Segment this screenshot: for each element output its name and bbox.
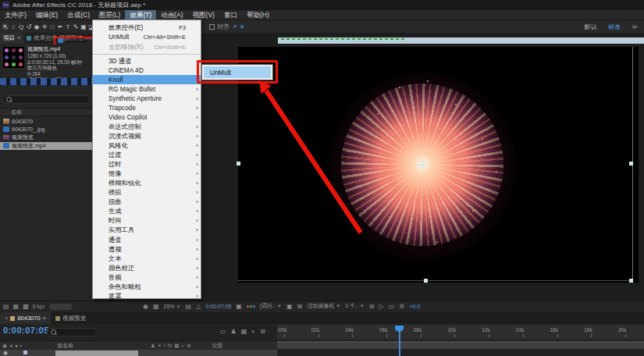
tool-icon[interactable]: ▣ — [80, 23, 87, 30]
source-name-column[interactable]: 源名称 — [37, 342, 151, 350]
workspace-more-icon[interactable]: ≫ — [632, 23, 638, 30]
work-area-bar[interactable] — [277, 341, 644, 349]
effects-menu-item[interactable]: 时间 › — [93, 216, 201, 226]
tool-icon[interactable]: Q — [18, 23, 24, 30]
effects-menu-item[interactable]: 沉浸式视频 › — [93, 131, 201, 141]
snap-checkbox[interactable] — [209, 24, 215, 30]
workspace-active[interactable]: 标准 — [608, 23, 621, 31]
transparency-grid-icon[interactable]: ⊠ — [297, 303, 303, 310]
timeline-tab2[interactable]: 视频预览 — [51, 312, 91, 324]
effects-menu-item[interactable]: Synthetic Aperture › — [93, 94, 201, 103]
footage-icon[interactable]: ▩ — [23, 303, 29, 310]
effects-menu-item[interactable]: 风格化 › — [93, 141, 201, 151]
effects-menu-item[interactable]: 文本 › — [93, 254, 201, 263]
timeline-tab-active[interactable]: × 6043070 ≡ — [0, 312, 51, 324]
tool-icon[interactable]: ✛ — [41, 23, 48, 30]
motion-blur-column-icon[interactable]: ◐ — [181, 343, 184, 349]
effects-menu-item[interactable]: Video Copilot › — [93, 112, 201, 122]
quality-column-icon[interactable]: \ — [164, 343, 165, 349]
snapshot-icon[interactable]: ▣ — [236, 303, 242, 310]
layer-row[interactable] — [0, 350, 277, 356]
tool-icon[interactable]: ✒ — [57, 23, 63, 30]
effects-menu-item[interactable]: RG Magic Bullet › — [93, 84, 201, 94]
channels-icon[interactable] — [247, 305, 255, 308]
tool-icon[interactable]: ☝ — [10, 23, 16, 30]
mask-visibility-icon[interactable]: △ — [196, 303, 201, 310]
tool-icon[interactable]: ↖ — [2, 23, 9, 30]
effects-menu-item[interactable]: Knoll › — [93, 75, 201, 84]
project-item[interactable]: 视频预览.mp4 — [0, 142, 95, 151]
menu-bar-item[interactable]: 文件(F) — [0, 10, 31, 20]
effects-menu-item[interactable]: 音频 › — [93, 272, 201, 282]
project-item[interactable]: 6043070 — [0, 117, 95, 126]
layer-label-chip[interactable] — [23, 351, 27, 354]
graph-editor-icon[interactable]: ⊞ — [260, 328, 265, 335]
project-item[interactable]: 6043070_.jpg — [0, 126, 95, 134]
tool-icon[interactable]: T — [65, 23, 71, 30]
effects-menu-item[interactable]: 效果控件(E) F3 › — [93, 23, 201, 32]
menu-bar-item[interactable]: 编辑(E) — [31, 10, 62, 20]
menu-bar-item[interactable]: 视图(V) — [188, 10, 219, 20]
timeline-search-input[interactable] — [47, 328, 97, 336]
effects-menu-item[interactable]: 过时 › — [93, 160, 201, 169]
collapse-column-icon[interactable]: ✦ — [158, 343, 162, 349]
snap-control[interactable]: 对齐 ↗ ✕ — [209, 23, 244, 31]
name-column-header[interactable]: 名称 — [0, 108, 95, 116]
exposure-value[interactable]: +0.0 — [409, 304, 420, 309]
tool-icon[interactable]: □ — [49, 23, 55, 30]
parent-column[interactable]: 父级 — [212, 342, 222, 350]
magnification-select[interactable]: 25% ▼ — [164, 304, 181, 309]
tool-icon[interactable]: ◉ — [34, 23, 40, 30]
menu-bar-item[interactable]: 窗口 — [219, 10, 242, 20]
effects-menu-item[interactable]: 抠像 › — [93, 169, 201, 179]
expand-icon[interactable]: ↗ — [232, 23, 237, 30]
effects-menu-item[interactable]: 通道 › — [93, 235, 201, 244]
camera-select[interactable]: 活动摄像机 ▼ — [307, 302, 340, 310]
effects-menu-item[interactable]: 3D 通道 › — [93, 56, 201, 66]
flowchart-icon[interactable]: ▤ — [3, 303, 9, 310]
project-search-input[interactable] — [2, 95, 90, 104]
panel-menu-icon[interactable]: ≡ — [43, 315, 46, 322]
menu-bar-item[interactable]: 图层(L) — [94, 10, 125, 20]
layer-visibility-icon[interactable]: ◉ — [3, 350, 8, 356]
effects-menu-item[interactable]: 全部移除(R) Ctrl+Shift+E › — [93, 41, 201, 55]
effects-menu-item[interactable]: 过渡 › — [93, 151, 201, 160]
effects-menu-item[interactable]: CINEMA 4D › — [93, 66, 201, 75]
exposure-gear-icon[interactable]: ⚙ — [399, 303, 404, 310]
effects-menu-item[interactable]: 模糊和锐化 › — [93, 179, 201, 188]
layer-handle-bottom-right[interactable] — [629, 279, 633, 283]
effects-menu-item[interactable]: 透视 › — [93, 244, 201, 254]
frame-blend-column-icon[interactable]: ▦ — [174, 343, 179, 349]
layer-handle-bottom-center[interactable] — [424, 279, 428, 283]
3d-column-icon[interactable]: ⊕ — [187, 343, 190, 349]
view-layout-select[interactable]: 1 个.. ▼ — [345, 302, 365, 310]
lock-column-icon[interactable]: ▪ — [20, 343, 22, 349]
panel-menu-icon[interactable]: ≡ — [17, 34, 20, 41]
workspace-default[interactable]: 默认 — [585, 23, 597, 31]
solo-column-icon[interactable]: ● — [15, 343, 18, 349]
time-ruler[interactable]: :00s02s04s06s08s10s12s14s16s18s20s — [277, 325, 644, 340]
menu-bar-item[interactable]: 帮助(H) — [242, 10, 274, 20]
effects-menu-item[interactable]: 实用工具 › — [93, 226, 201, 235]
motion-blur-icon[interactable]: ◐ — [251, 328, 255, 335]
project-item[interactable]: 视频预览 — [0, 134, 95, 142]
layer-anchor-point[interactable] — [418, 161, 426, 169]
tool-icon[interactable]: ✎ — [73, 23, 79, 30]
mini-flowchart-icon[interactable]: ▭ — [389, 303, 395, 310]
shy-icon[interactable]: ♟ — [231, 328, 237, 335]
draft-3d-icon[interactable]: ▭ — [220, 328, 226, 335]
effects-menu-item[interactable]: 颜色校正 › — [93, 263, 201, 272]
video-column-icon[interactable]: ◉ — [2, 343, 7, 349]
effects-menu-item[interactable]: 杂色和颗粒 › — [93, 282, 201, 291]
layer-name-cell[interactable] — [55, 351, 138, 356]
tab-project[interactable]: 项目 ≡ — [0, 33, 23, 43]
menu-bar-item[interactable]: 效果(T) — [125, 10, 156, 20]
split-view-icon[interactable]: ✕ — [240, 23, 245, 30]
effects-menu-item[interactable]: Trapcode › — [93, 103, 201, 112]
frame-blending-icon[interactable]: ▦ — [241, 328, 247, 335]
effects-menu-item[interactable]: 表达式控制 › — [93, 122, 201, 131]
bit-depth-label[interactable]: 8 bpc — [33, 304, 45, 309]
layer-handle-right[interactable] — [629, 162, 633, 166]
timeline-timecode[interactable]: 0:00:07:05 — [3, 326, 49, 335]
ruler-icon[interactable]: ▤ — [185, 303, 191, 310]
